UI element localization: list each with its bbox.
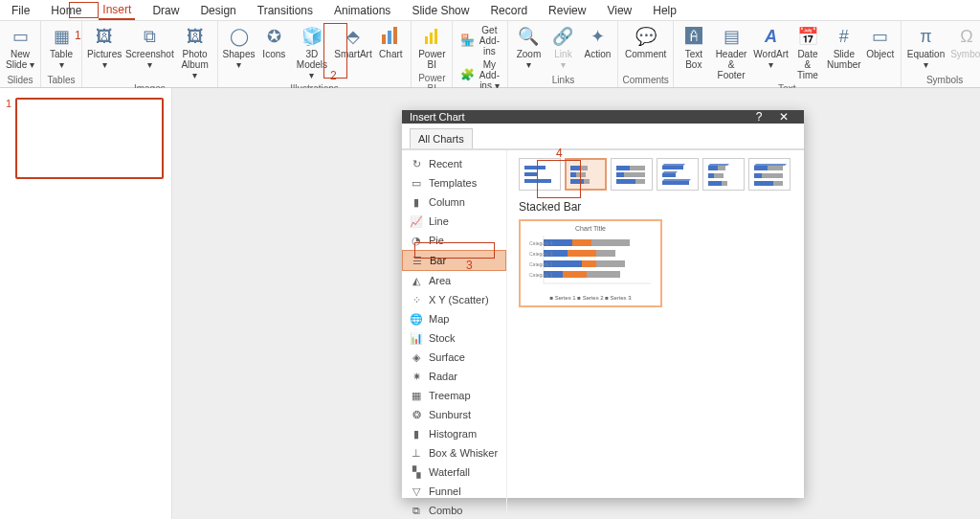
smartart-button[interactable]: ⬘SmartArt	[334, 23, 373, 61]
powerbi-button[interactable]: Power BI	[415, 23, 448, 72]
my-addins-button[interactable]: 🧩My Add-ins ▾	[457, 57, 503, 92]
cat-map[interactable]: 🌐Map	[402, 309, 506, 328]
comment-button[interactable]: 💬Comment	[623, 23, 668, 61]
svg-rect-28	[718, 166, 725, 170]
svg-rect-45	[591, 239, 630, 246]
tab-all-charts[interactable]: All Charts	[410, 128, 473, 148]
menu-help[interactable]: Help	[649, 2, 680, 19]
cat-area[interactable]: ◭Area	[402, 271, 506, 290]
group-label-symbols: Symbols	[905, 74, 980, 85]
svg-rect-47	[568, 250, 596, 257]
cat-waterfall[interactable]: ▚Waterfall	[402, 463, 506, 482]
pictures-button[interactable]: 🖼Pictures ▾	[86, 23, 122, 72]
svg-rect-13	[570, 179, 584, 184]
subtype-3d-stacked-bar[interactable]	[702, 158, 745, 191]
templates-icon: ▭	[410, 176, 423, 190]
svg-rect-6	[524, 166, 546, 169]
action-button[interactable]: ✦Action	[581, 23, 613, 61]
header-footer-button[interactable]: ▤Header & Footer	[712, 23, 750, 82]
wordart-button[interactable]: AWordArt ▾	[752, 23, 790, 72]
slide-thumbnail-panel: 1	[0, 88, 172, 519]
symbol-button[interactable]: ΩSymbol	[948, 23, 980, 61]
cat-pie[interactable]: ◔Pie	[402, 231, 506, 250]
ribbon: ▭New Slide ▾ Slides ▦Table ▾ Tables 🖼Pic…	[0, 21, 980, 88]
cat-line[interactable]: 📈Line	[402, 212, 506, 231]
cat-stock[interactable]: 📊Stock	[402, 328, 506, 348]
photo-album-icon: 🖼	[183, 25, 208, 48]
new-slide-icon: ▭	[8, 25, 33, 48]
cat-funnel[interactable]: ▽Funnel	[402, 482, 506, 501]
ribbon-group-comments: 💬Comment Comments	[618, 21, 673, 87]
equation-button[interactable]: πEquation ▾	[905, 23, 947, 72]
ribbon-group-powerbi: Power BI Power BI	[412, 21, 453, 87]
menu-design[interactable]: Design	[196, 2, 239, 19]
svg-rect-2	[393, 27, 397, 44]
menu-insert[interactable]: Insert	[99, 1, 135, 20]
chart-button[interactable]: Chart	[374, 23, 407, 61]
cat-boxwhisker[interactable]: ⊥Box & Whisker	[402, 443, 506, 463]
svg-rect-19	[616, 179, 635, 184]
preview-chart-title: Chart Title	[575, 225, 606, 232]
svg-text:Category 2: Category 2	[529, 261, 553, 267]
column-icon: ▮	[410, 195, 423, 209]
cat-sunburst[interactable]: ❂Sunburst	[402, 405, 506, 424]
datetime-button[interactable]: 📅Date & Time	[791, 23, 824, 82]
svg-rect-7	[524, 172, 538, 176]
svg-rect-1	[388, 31, 391, 44]
shapes-icon: ◯	[227, 25, 252, 48]
subtype-clustered-bar[interactable]	[519, 158, 561, 191]
menu-transitions[interactable]: Transitions	[254, 2, 317, 19]
icons-button[interactable]: ✪Icons	[257, 23, 290, 61]
svg-rect-10	[580, 166, 588, 170]
cat-column[interactable]: ▮Column	[402, 192, 506, 212]
subtype-stacked-bar[interactable]	[565, 158, 607, 191]
table-icon: ▦	[49, 25, 74, 48]
shapes-button[interactable]: ◯Shapes ▾	[222, 23, 256, 72]
cat-recent[interactable]: ↻Recent	[402, 154, 506, 173]
group-label-slides: Slides	[4, 74, 36, 85]
subtype-3d-clustered-bar[interactable]	[657, 158, 699, 191]
menu-animations[interactable]: Animations	[330, 2, 394, 19]
svg-rect-17	[616, 172, 624, 177]
slide-thumbnail-1[interactable]	[15, 98, 164, 179]
svg-rect-9	[570, 166, 580, 170]
cat-combo[interactable]: ⧉Combo	[402, 501, 506, 519]
cat-treemap[interactable]: ▦Treemap	[402, 386, 506, 405]
menu-view[interactable]: View	[603, 2, 635, 19]
datetime-icon: 📅	[795, 25, 820, 48]
menu-slideshow[interactable]: Slide Show	[408, 2, 473, 19]
slide-number-button[interactable]: #Slide Number	[826, 23, 862, 72]
get-addins-button[interactable]: 🏪Get Add-ins	[457, 23, 503, 57]
cat-templates[interactable]: ▭Templates	[402, 173, 506, 192]
link-button[interactable]: 🔗Link ▾	[546, 23, 579, 72]
menu-file[interactable]: File	[8, 2, 33, 19]
dialog-help-button[interactable]: ?	[746, 110, 771, 124]
chart-icon	[378, 25, 403, 48]
svg-rect-48	[596, 250, 615, 257]
menu-draw[interactable]: Draw	[148, 2, 183, 19]
cat-radar[interactable]: ✷Radar	[402, 367, 506, 386]
object-button[interactable]: ▭Object	[864, 23, 897, 61]
subtype-3d-100stacked-bar[interactable]	[748, 158, 791, 191]
cat-surface[interactable]: ◈Surface	[402, 348, 506, 367]
cat-scatter[interactable]: ⁘X Y (Scatter)	[402, 290, 506, 309]
chart-preview-thumbnail[interactable]: Chart Title Category 4 Category 3 Catego…	[519, 219, 662, 307]
cat-histogram[interactable]: ▮Histogram	[402, 424, 506, 443]
dialog-close-button[interactable]: ✕	[771, 110, 796, 124]
textbox-button[interactable]: 🅰Text Box	[678, 23, 710, 72]
photo-album-button[interactable]: 🖼Photo Album ▾	[176, 23, 212, 82]
menu-home[interactable]: Home	[47, 2, 85, 19]
3d-models-button[interactable]: 🧊3D Models ▾	[292, 23, 331, 82]
table-button[interactable]: ▦Table ▾	[45, 23, 78, 72]
cat-bar[interactable]: ☰Bar	[402, 250, 506, 271]
screenshot-button[interactable]: ⧉Screenshot ▾	[124, 23, 174, 72]
ribbon-group-illustrations: ◯Shapes ▾ ✪Icons 🧊3D Models ▾ ⬘SmartArt …	[218, 21, 412, 87]
new-slide-button[interactable]: ▭New Slide ▾	[4, 23, 36, 72]
radar-icon: ✷	[410, 370, 423, 383]
combo-icon: ⧉	[410, 504, 423, 517]
menu-review[interactable]: Review	[545, 2, 590, 19]
menu-record[interactable]: Record	[486, 2, 531, 19]
zoom-button[interactable]: 🔍Zoom ▾	[512, 23, 545, 72]
svg-rect-14	[584, 179, 590, 184]
subtype-100stacked-bar[interactable]	[611, 158, 653, 191]
